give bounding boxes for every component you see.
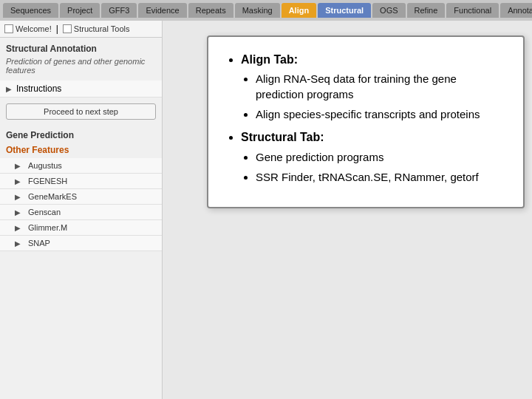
main-area: Welcome! | Structural Tools Structural A… <box>0 21 532 399</box>
tool-name-augustus: Augustus <box>28 161 62 170</box>
instructions-label: Instructions <box>16 83 61 94</box>
nav-tab-repeats[interactable]: Repeats <box>188 3 233 18</box>
genemarks-expand-arrow: ▶ <box>15 193 22 200</box>
nav-tab-sequences[interactable]: Sequences <box>3 3 58 18</box>
nav-tab-gff3[interactable]: GFF3 <box>101 3 137 18</box>
popup-structural-sub-0: Gene prediction programs <box>256 149 505 165</box>
popup-item-structural: Structural Tab: Gene prediction programs… <box>241 129 505 184</box>
instructions-expand-arrow: ▶ <box>6 85 13 92</box>
fgenesh-expand-arrow: ▶ <box>15 177 22 185</box>
tool-item-genscan[interactable]: ▶ Genscan <box>0 205 162 220</box>
genscan-expand-arrow: ▶ <box>15 208 22 216</box>
popup-align-title: Align Tab: <box>241 53 298 66</box>
augustus-expand-arrow: ▶ <box>15 162 22 169</box>
breadcrumb-welcome-label: Welcome! <box>16 24 52 33</box>
nav-tab-evidence[interactable]: Evidence <box>138 3 186 18</box>
glimmerm-expand-arrow: ▶ <box>15 224 22 231</box>
tool-name-glimmerm: Glimmer.M <box>28 223 67 232</box>
popup-align-sub-0: Align RNA-Seq data for training the gene… <box>256 71 505 102</box>
popup-structural-title: Structural Tab: <box>241 131 324 143</box>
structural-tools-checkbox[interactable] <box>63 24 72 33</box>
nav-tab-annotate[interactable]: Annotate <box>500 3 532 18</box>
nav-tab-structural[interactable]: Structural <box>318 3 371 18</box>
breadcrumb-structural-tools[interactable]: Structural Tools <box>63 24 130 33</box>
popup-structural-sub-1: SSR Finder, tRNAScan.SE, RNammer, getorf <box>256 169 505 185</box>
tool-item-fgenesh[interactable]: ▶ FGENESH <box>0 174 162 189</box>
tool-name-fgenesh: FGENESH <box>28 177 67 185</box>
popup-align-sublist: Align RNA-Seq data for training the gene… <box>241 71 505 122</box>
tool-item-genemarks[interactable]: ▶ GeneMarkES <box>0 189 162 205</box>
popup-structural-sublist: Gene prediction programs SSR Finder, tRN… <box>241 149 505 185</box>
breadcrumb-welcome[interactable]: Welcome! <box>4 24 52 33</box>
snap-expand-arrow: ▶ <box>15 239 22 247</box>
gene-prediction-title: Gene Prediction <box>6 130 156 140</box>
nav-tab-masking[interactable]: Masking <box>235 3 280 18</box>
top-navigation: Sequences Project GFF3 Evidence Repeats … <box>0 0 532 21</box>
left-panel: Welcome! | Structural Tools Structural A… <box>0 21 163 399</box>
info-popup: Align Tab: Align RNA-Seq data for traini… <box>207 35 525 208</box>
instructions-item[interactable]: ▶ Instructions <box>0 81 162 98</box>
tool-name-snap: SNAP <box>28 239 50 248</box>
tool-item-augustus[interactable]: ▶ Augustus <box>0 158 162 174</box>
right-panel: Align Tab: Align RNA-Seq data for traini… <box>163 21 532 399</box>
popup-align-sub-1: Align species-specific transcripts and p… <box>256 106 505 122</box>
other-features-label: Other Features <box>0 142 162 158</box>
breadcrumb: Welcome! | Structural Tools <box>0 21 162 38</box>
popup-list: Align Tab: Align RNA-Seq data for traini… <box>226 52 505 185</box>
tool-name-genemarks: GeneMarkES <box>28 192 77 201</box>
tool-item-snap[interactable]: ▶ SNAP <box>0 236 162 251</box>
section-subtitle: Prediction of genes and other genomic fe… <box>0 57 162 81</box>
nav-tab-refine[interactable]: Refine <box>407 3 446 18</box>
nav-tab-functional[interactable]: Functional <box>446 3 499 18</box>
nav-tab-ogs[interactable]: OGS <box>372 3 405 18</box>
breadcrumb-separator: | <box>56 24 58 34</box>
tool-name-genscan: Genscan <box>28 208 61 216</box>
nav-tab-project[interactable]: Project <box>60 3 100 18</box>
welcome-checkbox[interactable] <box>4 24 13 33</box>
popup-item-align: Align Tab: Align RNA-Seq data for traini… <box>241 52 505 122</box>
tool-item-glimmerm[interactable]: ▶ Glimmer.M <box>0 220 162 236</box>
proceed-button[interactable]: Proceed to next step <box>6 103 156 120</box>
gene-prediction-section: Gene Prediction <box>0 126 162 142</box>
breadcrumb-structural-tools-label: Structural Tools <box>74 24 130 33</box>
section-title: Structural Annotation <box>0 38 162 57</box>
nav-tab-align[interactable]: Align <box>282 3 317 18</box>
